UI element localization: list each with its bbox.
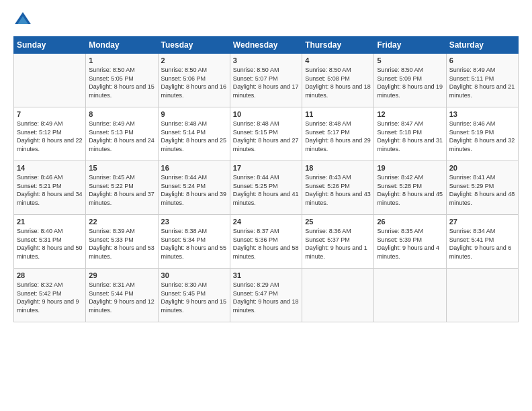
day-cell: 2Sunrise: 8:50 AMSunset: 5:06 PMDaylight…: [158, 54, 230, 107]
day-info: Sunrise: 8:48 AMSunset: 5:15 PMDaylight:…: [233, 120, 299, 153]
day-cell: 31Sunrise: 8:29 AMSunset: 5:47 PMDayligh…: [230, 269, 302, 322]
day-number: 25: [305, 218, 371, 226]
day-number: 19: [377, 164, 443, 172]
day-cell: 20Sunrise: 8:41 AMSunset: 5:29 PMDayligh…: [446, 161, 518, 215]
day-cell: 11Sunrise: 8:48 AMSunset: 5:17 PMDayligh…: [302, 107, 374, 161]
day-cell: 29Sunrise: 8:31 AMSunset: 5:44 PMDayligh…: [86, 269, 158, 322]
day-cell: 21Sunrise: 8:40 AMSunset: 5:31 PMDayligh…: [14, 215, 86, 269]
day-cell: 7Sunrise: 8:49 AMSunset: 5:12 PMDaylight…: [14, 107, 86, 161]
day-number: 28: [17, 271, 83, 279]
day-cell: 19Sunrise: 8:42 AMSunset: 5:28 PMDayligh…: [374, 161, 446, 215]
day-info: Sunrise: 8:36 AMSunset: 5:37 PMDaylight:…: [305, 227, 371, 261]
header-day-thursday: Thursday: [302, 37, 374, 54]
day-cell: 6Sunrise: 8:49 AMSunset: 5:11 PMDaylight…: [446, 54, 518, 107]
day-number: 17: [233, 164, 299, 172]
day-cell: 23Sunrise: 8:38 AMSunset: 5:34 PMDayligh…: [158, 215, 230, 269]
day-info: Sunrise: 8:44 AMSunset: 5:25 PMDaylight:…: [233, 173, 299, 207]
day-cell: [302, 269, 374, 322]
day-number: 20: [449, 164, 515, 172]
day-info: Sunrise: 8:48 AMSunset: 5:14 PMDaylight:…: [161, 120, 227, 153]
day-cell: [14, 54, 86, 107]
header-day-monday: Monday: [86, 37, 158, 54]
day-number: 14: [17, 164, 83, 172]
day-info: Sunrise: 8:48 AMSunset: 5:17 PMDaylight:…: [305, 120, 371, 153]
day-number: 3: [233, 56, 299, 64]
day-cell: 16Sunrise: 8:44 AMSunset: 5:24 PMDayligh…: [158, 161, 230, 215]
day-info: Sunrise: 8:41 AMSunset: 5:29 PMDaylight:…: [449, 173, 515, 207]
header-day-tuesday: Tuesday: [158, 37, 230, 54]
header-day-wednesday: Wednesday: [230, 37, 302, 54]
day-cell: 5Sunrise: 8:50 AMSunset: 5:09 PMDaylight…: [374, 54, 446, 107]
week-row-2: 7Sunrise: 8:49 AMSunset: 5:12 PMDaylight…: [14, 107, 519, 161]
day-number: 6: [449, 56, 515, 64]
week-row-3: 14Sunrise: 8:46 AMSunset: 5:21 PMDayligh…: [14, 161, 519, 215]
day-number: 30: [161, 271, 227, 279]
day-number: 31: [233, 271, 299, 279]
header: [13, 11, 519, 30]
day-number: 23: [161, 218, 227, 226]
day-info: Sunrise: 8:34 AMSunset: 5:41 PMDaylight:…: [449, 227, 515, 261]
day-number: 2: [161, 56, 227, 64]
day-number: 26: [377, 218, 443, 226]
header-day-saturday: Saturday: [446, 37, 518, 54]
day-cell: 17Sunrise: 8:44 AMSunset: 5:25 PMDayligh…: [230, 161, 302, 215]
day-cell: 10Sunrise: 8:48 AMSunset: 5:15 PMDayligh…: [230, 107, 302, 161]
day-cell: 1Sunrise: 8:50 AMSunset: 5:05 PMDaylight…: [86, 54, 158, 107]
day-number: 27: [449, 218, 515, 226]
day-info: Sunrise: 8:31 AMSunset: 5:44 PMDaylight:…: [89, 281, 154, 314]
day-cell: 28Sunrise: 8:32 AMSunset: 5:42 PMDayligh…: [14, 269, 86, 322]
day-info: Sunrise: 8:40 AMSunset: 5:31 PMDaylight:…: [17, 227, 83, 261]
day-number: 11: [305, 110, 371, 118]
day-cell: 14Sunrise: 8:46 AMSunset: 5:21 PMDayligh…: [14, 161, 86, 215]
day-info: Sunrise: 8:50 AMSunset: 5:09 PMDaylight:…: [377, 66, 443, 99]
day-cell: 18Sunrise: 8:43 AMSunset: 5:26 PMDayligh…: [302, 161, 374, 215]
day-info: Sunrise: 8:47 AMSunset: 5:18 PMDaylight:…: [377, 120, 443, 153]
day-number: 8: [89, 110, 154, 118]
day-cell: 26Sunrise: 8:35 AMSunset: 5:39 PMDayligh…: [374, 215, 446, 269]
day-cell: 24Sunrise: 8:37 AMSunset: 5:36 PMDayligh…: [230, 215, 302, 269]
day-info: Sunrise: 8:29 AMSunset: 5:47 PMDaylight:…: [233, 281, 299, 314]
day-number: 4: [305, 56, 371, 64]
day-info: Sunrise: 8:30 AMSunset: 5:45 PMDaylight:…: [161, 281, 227, 314]
day-number: 21: [17, 218, 83, 226]
day-info: Sunrise: 8:46 AMSunset: 5:21 PMDaylight:…: [17, 173, 83, 207]
day-info: Sunrise: 8:37 AMSunset: 5:36 PMDaylight:…: [233, 227, 299, 261]
day-info: Sunrise: 8:50 AMSunset: 5:07 PMDaylight:…: [233, 66, 299, 99]
day-cell: 15Sunrise: 8:45 AMSunset: 5:22 PMDayligh…: [86, 161, 158, 215]
day-info: Sunrise: 8:49 AMSunset: 5:11 PMDaylight:…: [449, 66, 515, 99]
week-row-4: 21Sunrise: 8:40 AMSunset: 5:31 PMDayligh…: [14, 215, 519, 269]
day-cell: 8Sunrise: 8:49 AMSunset: 5:13 PMDaylight…: [86, 107, 158, 161]
page: SundayMondayTuesdayWednesdayThursdayFrid…: [0, 0, 532, 411]
day-cell: 4Sunrise: 8:50 AMSunset: 5:08 PMDaylight…: [302, 54, 374, 107]
logo-icon: [13, 11, 32, 30]
day-number: 22: [89, 218, 154, 226]
day-info: Sunrise: 8:46 AMSunset: 5:19 PMDaylight:…: [449, 120, 515, 153]
day-number: 15: [89, 164, 154, 172]
logo: [13, 11, 35, 30]
day-info: Sunrise: 8:35 AMSunset: 5:39 PMDaylight:…: [377, 227, 443, 261]
day-number: 24: [233, 218, 299, 226]
day-number: 18: [305, 164, 371, 172]
day-cell: 27Sunrise: 8:34 AMSunset: 5:41 PMDayligh…: [446, 215, 518, 269]
day-number: 5: [377, 56, 443, 64]
day-info: Sunrise: 8:49 AMSunset: 5:12 PMDaylight:…: [17, 120, 83, 153]
day-info: Sunrise: 8:45 AMSunset: 5:22 PMDaylight:…: [89, 173, 154, 207]
calendar-table: SundayMondayTuesdayWednesdayThursdayFrid…: [13, 36, 519, 322]
day-cell: 3Sunrise: 8:50 AMSunset: 5:07 PMDaylight…: [230, 54, 302, 107]
day-cell: [374, 269, 446, 322]
day-cell: 22Sunrise: 8:39 AMSunset: 5:33 PMDayligh…: [86, 215, 158, 269]
day-cell: 13Sunrise: 8:46 AMSunset: 5:19 PMDayligh…: [446, 107, 518, 161]
day-number: 10: [233, 110, 299, 118]
week-row-1: 1Sunrise: 8:50 AMSunset: 5:05 PMDaylight…: [14, 54, 519, 107]
day-cell: 30Sunrise: 8:30 AMSunset: 5:45 PMDayligh…: [158, 269, 230, 322]
day-number: 9: [161, 110, 227, 118]
header-day-friday: Friday: [374, 37, 446, 54]
day-cell: 9Sunrise: 8:48 AMSunset: 5:14 PMDaylight…: [158, 107, 230, 161]
day-number: 1: [89, 56, 154, 64]
day-number: 13: [449, 110, 515, 118]
day-info: Sunrise: 8:38 AMSunset: 5:34 PMDaylight:…: [161, 227, 227, 261]
day-number: 7: [17, 110, 83, 118]
day-info: Sunrise: 8:50 AMSunset: 5:05 PMDaylight:…: [89, 66, 154, 99]
day-info: Sunrise: 8:32 AMSunset: 5:42 PMDaylight:…: [17, 281, 83, 314]
day-info: Sunrise: 8:42 AMSunset: 5:28 PMDaylight:…: [377, 173, 443, 207]
